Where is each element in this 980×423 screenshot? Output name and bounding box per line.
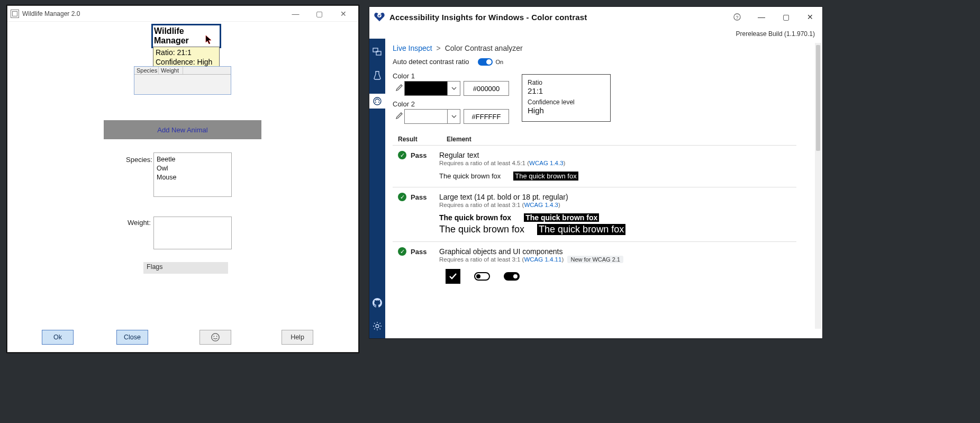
app-icon xyxy=(11,10,19,18)
close-button[interactable]: Close xyxy=(116,330,148,345)
feedback-button[interactable] xyxy=(199,330,231,345)
color1-hex[interactable]: #000000 xyxy=(464,81,509,96)
close-window-button[interactable]: ✕ xyxy=(798,9,822,25)
color1-label: Color 1 xyxy=(393,72,509,80)
test-icon[interactable] xyxy=(373,70,382,80)
weight-input[interactable] xyxy=(153,217,232,249)
sample-toggle-on xyxy=(504,272,520,281)
eyedropper-button[interactable] xyxy=(393,81,404,96)
close-window-button[interactable]: ✕ xyxy=(331,6,355,22)
settings-icon[interactable] xyxy=(373,321,382,331)
sample-bold-light: The quick brown fox xyxy=(439,213,511,222)
sample-large-dark: The quick brown fox xyxy=(537,224,625,235)
color2-hex[interactable]: #FFFFFF xyxy=(464,109,509,124)
result-row-regular-text: ✓ Pass Regular text Requires a ratio of … xyxy=(393,145,796,187)
wcag-link[interactable]: WCAG 1.4.11 xyxy=(524,256,561,263)
ai-window-controls: ? — ▢ ✕ xyxy=(725,9,822,25)
minimize-button[interactable]: — xyxy=(284,6,307,22)
wm-data-grid[interactable]: Species Weight xyxy=(134,66,231,95)
results-header-result: Result xyxy=(398,136,425,143)
app-logo-icon xyxy=(374,12,385,22)
grid-header-weight[interactable]: Weight xyxy=(159,67,183,74)
breadcrumb-link[interactable]: Live Inspect xyxy=(393,44,432,52)
wm-grid-header-row: Species Weight xyxy=(134,67,231,75)
results-header: Result Element xyxy=(393,136,822,143)
sample-bold-dark: The quick brown fox xyxy=(524,213,599,222)
result-subtitle: Requires a ratio of at least 4.5:1 (WCAG… xyxy=(439,160,796,166)
results-header-element: Element xyxy=(447,136,471,143)
auto-detect-state: On xyxy=(496,59,504,65)
result-subtitle: Requires a ratio of at least 3:1 (WCAG 1… xyxy=(439,202,796,208)
confidence-label: Confidence level xyxy=(528,98,605,106)
sample-text-light: The quick brown fox xyxy=(439,172,501,180)
breadcrumb-current: Color Contrast analyzer xyxy=(445,44,523,52)
ratio-label: Ratio xyxy=(528,79,605,86)
github-icon[interactable] xyxy=(373,298,382,308)
help-button[interactable]: Help xyxy=(282,330,313,345)
result-title: Regular text xyxy=(439,151,796,159)
wcag-link[interactable]: WCAG 1.4.3 xyxy=(524,202,558,208)
species-option[interactable]: Beetle xyxy=(157,155,229,164)
accessibility-insights-window: Accessibility Insights for Windows - Col… xyxy=(369,6,823,339)
species-option[interactable]: Owl xyxy=(157,164,229,173)
sample-checkbox xyxy=(446,269,460,284)
pass-label: Pass xyxy=(411,248,427,256)
color-inputs: Color 1 #000000 Color 2 xyxy=(393,72,509,124)
contrast-tooltip: Ratio: 21:1 Confidence: High xyxy=(153,47,220,69)
prerelease-label: Prerelease Build (1.1.970.1) xyxy=(736,30,815,38)
color2-dropdown[interactable] xyxy=(448,109,460,124)
pass-icon: ✓ xyxy=(398,193,406,201)
auto-detect-toggle[interactable] xyxy=(478,58,493,66)
result-title: Large text (14 pt. bold or 18 pt. regula… xyxy=(439,193,796,201)
color-contrast-icon[interactable] xyxy=(369,94,385,109)
wm-window-controls: — ▢ ✕ xyxy=(284,6,355,22)
wildlife-manager-window: Wildlife Manager 2.0 — ▢ ✕ Wildlife Mana… xyxy=(7,5,359,353)
flags-field[interactable]: Flags xyxy=(143,262,228,274)
eyedropper-button[interactable] xyxy=(393,109,404,124)
wm-titlebar[interactable]: Wildlife Manager 2.0 — ▢ ✕ xyxy=(7,6,358,22)
weight-label: Weight: xyxy=(128,219,151,227)
sample-toggle-off xyxy=(474,272,490,281)
scrollbar-thumb[interactable] xyxy=(816,45,820,151)
result-row-large-text: ✓ Pass Large text (14 pt. bold or 18 pt.… xyxy=(393,187,796,241)
svg-point-2 xyxy=(216,336,217,337)
chevron-down-icon xyxy=(451,114,457,119)
inspect-icon[interactable] xyxy=(373,47,382,57)
vertical-scrollbar[interactable] xyxy=(815,43,821,329)
sample-large-light: The quick brown fox xyxy=(439,224,524,235)
ai-sidebar xyxy=(369,39,385,338)
species-option[interactable]: Mouse xyxy=(157,173,229,182)
ai-content: Live Inspect > Color Contrast analyzer A… xyxy=(385,39,822,338)
wm-window-title: Wildlife Manager 2.0 xyxy=(22,10,80,17)
sample-text-dark: The quick brown fox xyxy=(513,172,578,181)
svg-point-1 xyxy=(213,336,214,337)
color1-swatch[interactable] xyxy=(404,81,448,96)
tooltip-ratio: Ratio: 21:1 xyxy=(156,48,217,58)
svg-point-0 xyxy=(212,334,219,341)
color1-dropdown[interactable] xyxy=(448,81,460,96)
ai-titlebar[interactable]: Accessibility Insights for Windows - Col… xyxy=(369,7,822,27)
maximize-button[interactable]: ▢ xyxy=(307,6,331,22)
breadcrumb: Live Inspect > Color Contrast analyzer xyxy=(393,44,822,52)
svg-point-11 xyxy=(376,325,379,328)
svg-point-10 xyxy=(378,102,379,103)
pass-label: Pass xyxy=(411,193,427,201)
result-row-graphical: ✓ Pass Graphical objects and UI componen… xyxy=(393,241,796,290)
ok-button[interactable]: Ok xyxy=(42,330,74,345)
confidence-value: High xyxy=(528,106,605,115)
ai-help-icon[interactable]: ? xyxy=(725,9,749,25)
ratio-card: Ratio 21:1 Confidence level High xyxy=(522,74,611,122)
chevron-down-icon xyxy=(451,86,457,91)
wm-body: Wildlife Manager Ratio: 21:1 Confidence:… xyxy=(7,22,358,352)
add-new-animal-button[interactable]: Add New Animal xyxy=(104,120,261,139)
svg-point-8 xyxy=(374,97,381,105)
tooltip-confidence: Confidence: High xyxy=(156,58,217,67)
auto-detect-label: Auto detect contrast ratio xyxy=(393,58,469,66)
cursor-icon xyxy=(205,35,213,45)
color2-swatch[interactable] xyxy=(404,109,448,124)
species-listbox[interactable]: Beetle Owl Mouse xyxy=(153,152,232,197)
wcag-link[interactable]: WCAG 1.4.3 xyxy=(529,160,564,166)
grid-header-species[interactable]: Species xyxy=(134,67,159,74)
maximize-button[interactable]: ▢ xyxy=(774,9,798,25)
minimize-button[interactable]: — xyxy=(749,9,774,25)
